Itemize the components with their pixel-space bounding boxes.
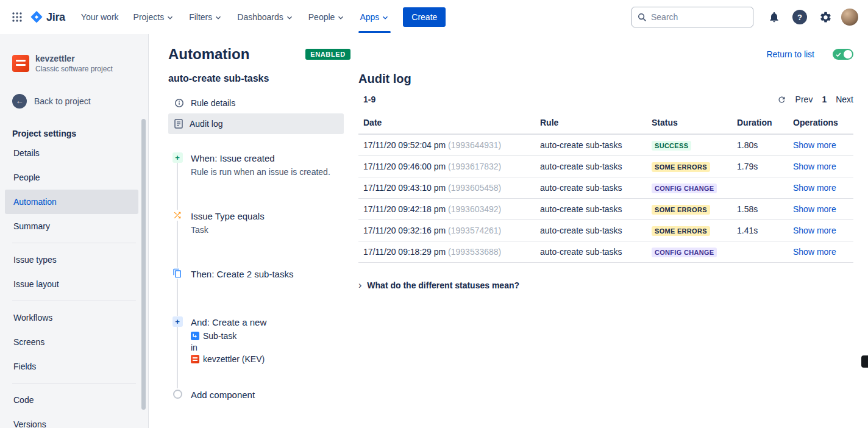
column-header-status: Status [652, 118, 737, 127]
status-badge: CONFIG CHANGE [652, 248, 717, 257]
show-more-link[interactable]: Show more [793, 204, 836, 214]
current-page[interactable]: 1 [822, 95, 827, 104]
sidebar-item-versions[interactable]: Versions [5, 412, 138, 428]
help-icon [792, 10, 807, 24]
chain-title: When: Issue created [191, 152, 330, 165]
cell-operations: Show more [793, 226, 853, 235]
chain-item-condition[interactable]: Issue Type equals Task [168, 210, 358, 236]
create-button[interactable]: Create [403, 7, 446, 27]
chain-item-action[interactable]: Then: Create 2 sub-tasks [168, 268, 358, 281]
nav-people[interactable]: People [301, 0, 353, 34]
table-row: 17/11/20 09:43:10 pm (1993605458) auto-c… [358, 177, 853, 199]
show-more-link[interactable]: Show more [793, 226, 836, 235]
add-component-row[interactable]: Add component [168, 388, 358, 402]
notifications-button[interactable] [764, 7, 784, 27]
help-button[interactable] [790, 7, 809, 27]
cell-operations: Show more [793, 140, 853, 150]
sidebar-item-workflows[interactable]: Workflows [5, 305, 138, 330]
project-name: kevzettler [35, 54, 113, 65]
cell-date: 17/11/20 09:46:00 pm (1993617832) [358, 162, 540, 171]
page-body: kevzettler Classic software project Back… [0, 34, 868, 428]
tab-label: Rule details [191, 98, 235, 108]
rule-chain: When: Issue created Rule is run when an … [168, 152, 358, 402]
nav-dashboards[interactable]: Dashboards [230, 0, 301, 34]
jira-mark-icon [30, 11, 43, 23]
rule-panel: auto-create sub-tasks Rule details Audit… [168, 72, 358, 402]
row-date: 17/11/20 09:52:04 pm [363, 140, 446, 150]
chain-title: Then: Create 2 sub-tasks [191, 268, 293, 281]
nav-filters[interactable]: Filters [182, 0, 230, 34]
user-avatar[interactable] [841, 9, 858, 26]
sidebar-item-issue-layout[interactable]: Issue layout [5, 272, 138, 296]
sidebar-item-summary[interactable]: Summary [5, 214, 138, 238]
search-input[interactable] [651, 12, 747, 22]
tab-rule-details[interactable]: Rule details [168, 93, 344, 113]
chain-item-trigger[interactable]: When: Issue created Rule is run when an … [168, 152, 358, 178]
gear-icon [819, 11, 832, 24]
app-switcher-button[interactable] [7, 7, 27, 27]
row-date: 17/11/20 09:46:00 pm [363, 162, 446, 171]
cell-date: 17/11/20 09:43:10 pm (1993605458) [358, 183, 540, 193]
chain-item-and[interactable]: And: Create a new Sub-task in [168, 316, 358, 364]
sidebar-item-screens[interactable]: Screens [5, 330, 138, 354]
cell-rule: auto-create sub-tasks [540, 226, 652, 235]
search-icon [638, 13, 647, 22]
chevron-down-icon [214, 13, 222, 22]
and-plus-icon [172, 316, 183, 327]
show-more-link[interactable]: Show more [793, 183, 836, 193]
chain-title: And: Create a new [191, 316, 266, 329]
enabled-badge: ENABLED [305, 49, 350, 60]
column-header-rule: Rule [540, 118, 652, 127]
chevron-down-icon [336, 13, 345, 22]
branch-icon [172, 210, 183, 221]
result-range: 1-9 [358, 95, 375, 104]
sidebar-item-automation[interactable]: Automation [5, 190, 138, 214]
sidebar-item-people[interactable]: People [5, 165, 138, 190]
back-arrow-icon [12, 94, 27, 109]
show-more-link[interactable]: Show more [793, 140, 836, 150]
project-avatar-icon [12, 55, 29, 72]
return-to-list-link[interactable]: Return to list [766, 49, 814, 59]
next-page-link[interactable]: Next [836, 95, 853, 104]
show-more-link[interactable]: Show more [793, 247, 836, 257]
project-header[interactable]: kevzettler Classic software project [0, 54, 148, 73]
sidebar-item-code[interactable]: Code [5, 388, 138, 412]
status-badge: SOME ERRORS [652, 205, 710, 215]
sidebar-scrollbar[interactable] [141, 119, 146, 410]
subtask-icon [191, 332, 199, 340]
show-more-link[interactable]: Show more [793, 162, 836, 171]
nav-label: People [308, 12, 335, 22]
sidebar-item-details[interactable]: Details [5, 141, 138, 165]
rule-enabled-toggle[interactable] [833, 49, 853, 60]
refresh-icon [777, 95, 786, 104]
cell-duration: 1.58s [737, 204, 793, 214]
tab-audit-log[interactable]: Audit log [168, 113, 344, 134]
statuses-explainer-toggle[interactable]: What do the different statuses mean? [358, 280, 853, 290]
edge-handle[interactable] [861, 355, 868, 368]
sidebar-item-fields[interactable]: Fields [5, 354, 138, 379]
back-to-project[interactable]: Back to project [0, 94, 148, 109]
row-id: (1993574261) [448, 226, 501, 235]
nav-projects[interactable]: Projects [126, 0, 182, 34]
status-badge: SOME ERRORS [652, 162, 710, 172]
prev-page-link[interactable]: Prev [795, 95, 813, 104]
nav-apps[interactable]: Apps [352, 0, 397, 34]
cell-status: SOME ERRORS [652, 226, 737, 236]
refresh-button[interactable] [777, 95, 786, 104]
row-date: 17/11/20 09:42:18 pm [363, 204, 446, 214]
nav-your-work[interactable]: Your work [74, 0, 126, 34]
chain-issue-type: Sub-task [203, 331, 237, 341]
cell-duration: 1.80s [737, 140, 793, 150]
search-box[interactable] [631, 7, 753, 27]
jira-logo[interactable]: Jira [27, 11, 74, 24]
sidebar-item-issue-types[interactable]: Issue types [5, 248, 138, 272]
sidebar-nav: Details People Automation Summary Issue … [0, 141, 148, 428]
cell-status: SOME ERRORS [652, 204, 737, 215]
add-component-circle-icon [172, 388, 183, 399]
nav-label: Apps [360, 12, 379, 22]
settings-button[interactable] [816, 7, 835, 27]
nav-label: Filters [189, 12, 212, 22]
table-row: 17/11/20 09:18:29 pm (1993533688) auto-c… [358, 241, 853, 263]
status-badge: SOME ERRORS [652, 226, 710, 236]
audit-panel: Audit log 1-9 Prev 1 Next [358, 72, 853, 402]
